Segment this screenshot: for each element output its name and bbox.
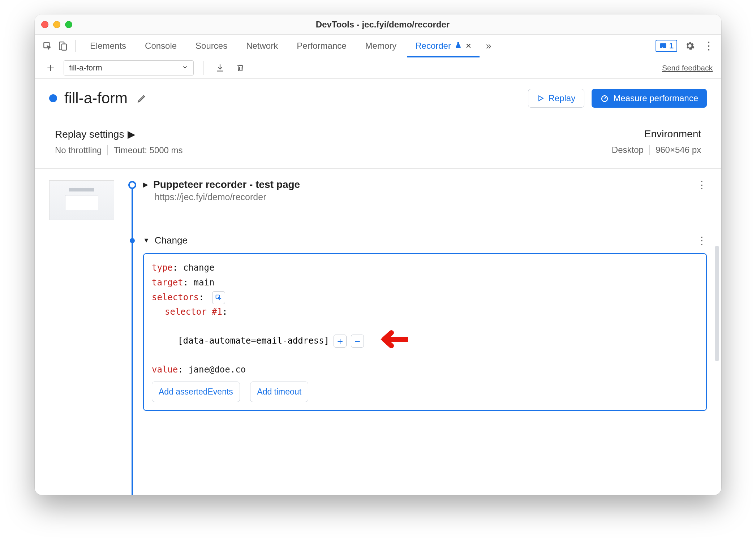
tab-console[interactable]: Console bbox=[137, 35, 185, 57]
recording-name: fill-a-form bbox=[64, 90, 128, 107]
collapse-icon: ▶ bbox=[143, 181, 148, 189]
maximize-window[interactable] bbox=[65, 21, 72, 28]
annotation-arrow bbox=[379, 319, 408, 362]
step-menu-icon[interactable]: ⋮ bbox=[697, 179, 707, 191]
svg-rect-2 bbox=[62, 44, 66, 50]
remove-selector-button[interactable]: − bbox=[351, 335, 364, 348]
delete-icon[interactable] bbox=[233, 61, 248, 75]
recording-header: fill-a-form Replay Measure performance bbox=[35, 79, 721, 118]
send-feedback-link[interactable]: Send feedback bbox=[662, 64, 713, 72]
expand-icon: ▼ bbox=[143, 237, 150, 244]
recording-body: ▶ Puppeteer recorder - test page ⋮ https… bbox=[35, 169, 721, 495]
minimize-window[interactable] bbox=[53, 21, 60, 28]
add-asserted-events-button[interactable]: Add assertedEvents bbox=[152, 382, 240, 402]
window-title: DevTools - jec.fyi/demo/recorder bbox=[72, 20, 693, 30]
svg-rect-5 bbox=[216, 295, 219, 298]
selector-value[interactable]: [data-automate=email-address] bbox=[178, 333, 329, 348]
device-icon[interactable] bbox=[56, 40, 69, 52]
new-recording-icon[interactable] bbox=[43, 61, 58, 75]
throttling-value: No throttling bbox=[55, 145, 102, 155]
tab-network[interactable]: Network bbox=[238, 35, 286, 57]
kebab-icon[interactable]: ⋮ bbox=[703, 40, 715, 52]
window-controls bbox=[41, 21, 72, 28]
timeline: ▶ Puppeteer recorder - test page ⋮ https… bbox=[125, 179, 707, 495]
main-tabs: Elements Console Sources Network Perform… bbox=[35, 35, 721, 57]
titlebar: DevTools - jec.fyi/demo/recorder bbox=[35, 14, 721, 35]
edit-name-icon[interactable] bbox=[135, 91, 149, 105]
recording-select[interactable]: fill-a-form bbox=[64, 60, 194, 76]
svg-rect-3 bbox=[660, 43, 666, 48]
devtools-window: DevTools - jec.fyi/demo/recorder Element… bbox=[35, 14, 721, 495]
inspect-icon[interactable] bbox=[41, 40, 53, 52]
record-indicator bbox=[49, 94, 57, 102]
chevron-down-icon bbox=[182, 63, 188, 73]
tab-memory[interactable]: Memory bbox=[357, 35, 405, 57]
timeout-value: Timeout: 5000 ms bbox=[113, 145, 182, 155]
step-change: ▼ Change ⋮ type: change target: main sel… bbox=[143, 235, 707, 411]
settings-icon[interactable] bbox=[684, 40, 696, 52]
close-window[interactable] bbox=[41, 21, 48, 28]
timeline-line bbox=[132, 185, 133, 495]
tab-sources[interactable]: Sources bbox=[188, 35, 235, 57]
separator bbox=[75, 40, 76, 52]
chevron-right-icon: ▶ bbox=[128, 128, 136, 140]
more-tabs-icon[interactable]: » bbox=[482, 40, 495, 52]
step-change-header[interactable]: ▼ Change ⋮ bbox=[143, 235, 707, 246]
timeline-node-small bbox=[130, 238, 135, 243]
scrollbar[interactable] bbox=[715, 246, 719, 361]
recorder-toolbar: fill-a-form Send feedback bbox=[35, 57, 721, 79]
export-icon[interactable] bbox=[213, 61, 227, 75]
replay-button[interactable]: Replay bbox=[528, 89, 585, 108]
timeline-node bbox=[128, 181, 136, 189]
close-tab-icon[interactable]: ✕ bbox=[465, 42, 472, 50]
selector-picker-icon[interactable] bbox=[212, 291, 225, 304]
add-timeout-button[interactable]: Add timeout bbox=[250, 382, 308, 402]
step-navigate[interactable]: ▶ Puppeteer recorder - test page ⋮ bbox=[143, 179, 707, 190]
step-details-card: type: change target: main selectors: sel… bbox=[143, 253, 707, 411]
issues-badge[interactable]: 1 bbox=[656, 40, 677, 52]
settings-row: Replay settings ▶ No throttling Timeout:… bbox=[35, 118, 721, 169]
flask-icon bbox=[455, 41, 462, 51]
replay-settings-toggle[interactable]: Replay settings ▶ bbox=[55, 128, 183, 140]
measure-performance-button[interactable]: Measure performance bbox=[592, 89, 707, 108]
tab-elements[interactable]: Elements bbox=[82, 35, 134, 57]
separator bbox=[203, 61, 203, 75]
svg-rect-0 bbox=[44, 42, 49, 48]
environment-label: Environment bbox=[644, 128, 701, 140]
step-menu-icon[interactable]: ⋮ bbox=[697, 234, 707, 246]
step-url: https://jec.fyi/demo/recorder bbox=[155, 192, 707, 202]
viewport-value: 960×546 px bbox=[656, 145, 701, 155]
tab-recorder[interactable]: Recorder ✕ bbox=[407, 35, 480, 57]
device-value: Desktop bbox=[612, 145, 644, 155]
add-selector-button[interactable]: + bbox=[334, 335, 347, 348]
tab-performance[interactable]: Performance bbox=[289, 35, 354, 57]
page-thumbnail bbox=[49, 180, 114, 220]
